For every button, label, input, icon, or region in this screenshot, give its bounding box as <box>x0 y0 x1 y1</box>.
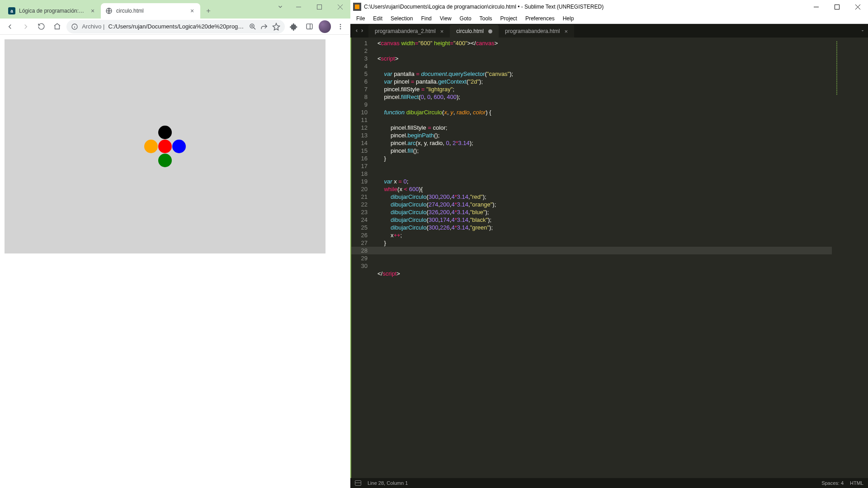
extensions-button[interactable] <box>288 20 301 33</box>
editor-tab-3[interactable]: programabandera.html × <box>499 25 574 38</box>
close-icon[interactable]: × <box>564 28 568 35</box>
sublime-logo-icon <box>353 3 361 11</box>
chrome-menu-button[interactable] <box>334 20 347 33</box>
circle-black <box>158 126 172 139</box>
menu-preferences[interactable]: Preferences <box>521 14 559 23</box>
svg-rect-1 <box>317 5 321 9</box>
zoom-icon[interactable] <box>249 23 257 31</box>
chrome-tab-1[interactable]: a Lógica de programación: Practica × <box>4 3 101 19</box>
svg-point-6 <box>340 26 341 27</box>
url-text: C:/Users/rujan/Documents/Logica%20de%20p… <box>108 23 245 30</box>
reload-button[interactable] <box>35 20 48 33</box>
editor-tab-2[interactable]: circulo.html <box>450 25 499 38</box>
browser-viewport <box>0 35 350 371</box>
url-prefix: Archivo | <box>82 23 104 30</box>
status-cursor[interactable]: Line 28, Column 1 <box>368 480 408 486</box>
tab-label: programabandera.html <box>505 28 560 34</box>
svg-rect-4 <box>307 24 313 29</box>
globe-icon <box>105 7 113 14</box>
unsaved-dot-icon[interactable] <box>488 29 492 33</box>
minimize-button[interactable] <box>288 0 309 14</box>
svg-point-7 <box>340 28 341 29</box>
sublime-window-controls <box>806 0 868 14</box>
maximize-button[interactable] <box>826 0 847 14</box>
sublime-title: C:\Users\rujan\Documents\Logica de progr… <box>364 4 604 10</box>
forward-button[interactable] <box>19 20 33 33</box>
canvas-output <box>5 39 326 253</box>
menu-goto[interactable]: Goto <box>456 14 476 23</box>
line-gutter: 1234567891011121314151617181920212223242… <box>350 38 372 478</box>
close-button[interactable] <box>847 0 868 14</box>
tab-history-nav[interactable] <box>350 24 368 38</box>
svg-rect-8 <box>835 5 839 9</box>
menu-file[interactable]: File <box>352 14 369 23</box>
maximize-button[interactable] <box>309 0 330 14</box>
back-button[interactable] <box>4 20 17 33</box>
minimize-button[interactable] <box>806 0 826 14</box>
status-indent[interactable]: Spaces: 4 <box>821 480 844 486</box>
chrome-tab-title: Lógica de programación: Practica <box>19 8 85 14</box>
status-syntax[interactable]: HTML <box>850 480 863 486</box>
svg-point-5 <box>340 24 341 25</box>
home-button[interactable] <box>51 20 64 33</box>
menu-selection[interactable]: Selection <box>387 14 417 23</box>
sublime-tabstrip: programabandera_2.html × circulo.html pr… <box>350 24 868 38</box>
site-info-icon[interactable] <box>71 23 78 30</box>
chrome-toolbar: Archivo | C:/Users/rujan/Documents/Logic… <box>0 19 350 35</box>
tab-search-icon[interactable] <box>273 0 288 14</box>
panel-switcher-icon[interactable] <box>355 480 361 486</box>
chrome-tabstrip: a Lógica de programación: Practica × cir… <box>0 0 350 19</box>
editor-body: 1234567891011121314151617181920212223242… <box>350 38 868 478</box>
bookmark-icon[interactable] <box>272 23 280 31</box>
code-area[interactable]: <canvas width="600" height="400"></canva… <box>372 38 868 478</box>
close-button[interactable] <box>330 0 350 14</box>
minimap[interactable] <box>832 38 868 478</box>
favicon-alura-icon: a <box>8 7 15 14</box>
chrome-tab-title: circulo.html <box>116 8 185 14</box>
editor-tab-1[interactable]: programabandera_2.html × <box>368 25 450 38</box>
tab-label: circulo.html <box>456 28 484 34</box>
chrome-tab-2[interactable]: circulo.html × <box>101 3 200 19</box>
menu-edit[interactable]: Edit <box>369 14 387 23</box>
sublime-titlebar: C:\Users\rujan\Documents\Logica de progr… <box>350 0 868 14</box>
circle-blue <box>172 140 186 153</box>
tab-label: programabandera_2.html <box>375 28 436 34</box>
share-icon[interactable] <box>260 23 269 31</box>
menu-tools[interactable]: Tools <box>476 14 496 23</box>
close-icon[interactable]: × <box>440 28 444 35</box>
circle-green <box>158 154 172 167</box>
profile-avatar[interactable] <box>319 20 331 33</box>
sublime-menubar: File Edit Selection Find View Goto Tools… <box>350 14 868 24</box>
status-bar: Line 28, Column 1 Spaces: 4 HTML <box>350 478 868 488</box>
chrome-window: a Lógica de programación: Practica × cir… <box>0 0 350 371</box>
new-tab-button[interactable] <box>202 5 215 17</box>
menu-find[interactable]: Find <box>417 14 435 23</box>
menu-project[interactable]: Project <box>496 14 521 23</box>
close-icon[interactable]: × <box>189 7 196 14</box>
chrome-window-controls <box>273 0 350 14</box>
address-bar[interactable]: Archivo | C:/Users/rujan/Documents/Logic… <box>66 20 285 33</box>
menu-help[interactable]: Help <box>559 14 578 23</box>
sidepanel-button[interactable] <box>303 20 316 33</box>
close-icon[interactable]: × <box>89 7 96 14</box>
circle-orange <box>144 140 158 153</box>
menu-view[interactable]: View <box>436 14 456 23</box>
circle-red <box>158 140 172 153</box>
tabs-overflow-icon[interactable] <box>860 24 865 38</box>
sublime-window: C:\Users\rujan\Documents\Logica de progr… <box>350 0 868 488</box>
